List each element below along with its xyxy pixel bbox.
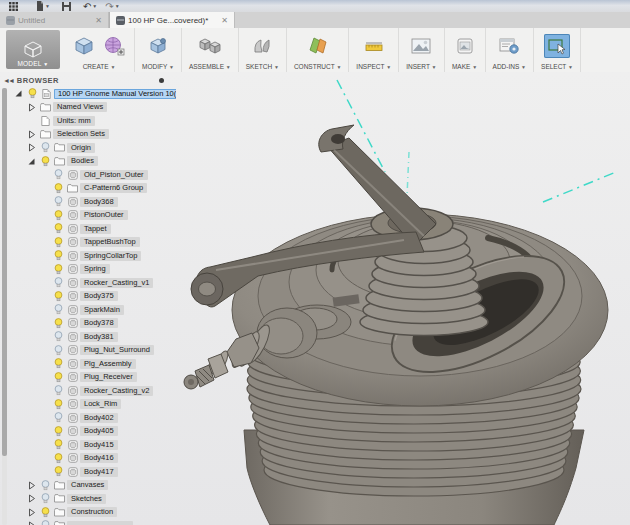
twist-collapsed-icon[interactable] xyxy=(25,521,38,525)
tree-item-label[interactable]: Plug_Nut_Surround xyxy=(80,345,154,355)
tree-row[interactable]: Body375 xyxy=(8,290,176,304)
visibility-bulb-on-icon[interactable] xyxy=(38,156,52,167)
browser-scrollbar[interactable] xyxy=(2,88,7,525)
visibility-bulb-on-icon[interactable] xyxy=(51,183,65,194)
tree-item-label[interactable]: Rocker_Casting_v1 xyxy=(80,278,153,288)
addins-icon[interactable] xyxy=(496,34,522,58)
tree-row[interactable]: Body402 xyxy=(8,411,176,425)
ribbon-group-assemble[interactable]: ASSEMBLE ▼ xyxy=(182,28,239,72)
ribbon-group-inspect[interactable]: INSPECT ▼ xyxy=(349,28,399,72)
scrollbar-thumb[interactable] xyxy=(2,88,7,456)
tree-item-label[interactable]: Plug_Receiver xyxy=(80,372,137,382)
twist-expanded-icon[interactable] xyxy=(12,89,25,98)
insert-icon[interactable] xyxy=(408,34,434,58)
tree-item-label[interactable]: Body381 xyxy=(80,332,118,342)
mesh-sphere-icon[interactable] xyxy=(101,34,127,58)
twist-collapsed-icon[interactable] xyxy=(25,130,38,139)
tree-row[interactable]: Selection Sets xyxy=(8,128,176,142)
make-icon[interactable] xyxy=(452,34,478,58)
tree-row[interactable]: TappetBushTop xyxy=(8,236,176,250)
tree-row[interactable]: Body405 xyxy=(8,425,176,439)
visibility-bulb-on-icon[interactable] xyxy=(51,426,65,437)
twist-collapsed-icon[interactable] xyxy=(25,143,38,152)
tree-item-label[interactable]: Body368 xyxy=(80,197,118,207)
tab-100hp-gnome[interactable]: 100 HP Ge...covered)* ✕ xyxy=(109,12,235,29)
visibility-bulb-on-icon[interactable] xyxy=(51,372,65,383)
app-grid-icon[interactable] xyxy=(0,0,26,12)
visibility-bulb-off-icon[interactable] xyxy=(38,520,52,525)
new-file-icon[interactable] xyxy=(36,0,44,12)
tree-row[interactable]: Body415 xyxy=(8,438,176,452)
visibility-bulb-on-icon[interactable] xyxy=(38,507,52,518)
tree-row[interactable] xyxy=(8,519,176,525)
tree-row[interactable]: Body378 xyxy=(8,317,176,331)
visibility-bulb-off-icon[interactable] xyxy=(51,196,65,207)
redo-caret-icon[interactable]: ▼ xyxy=(115,3,120,9)
close-tab-icon[interactable]: ✕ xyxy=(221,16,228,25)
tree-row[interactable]: SpringCollarTop xyxy=(8,249,176,263)
ribbon-group-modify[interactable]: MODIFY ▼ xyxy=(135,28,182,72)
save-icon[interactable] xyxy=(62,0,71,12)
visibility-bulb-off-icon[interactable] xyxy=(38,142,52,153)
twist-collapsed-icon[interactable] xyxy=(25,103,38,112)
inspect-icon[interactable] xyxy=(361,34,387,58)
twist-collapsed-icon[interactable] xyxy=(25,508,38,517)
tree-row[interactable]: Units: mm xyxy=(8,114,176,128)
tree-row[interactable]: 100 HP Gnome Manual Version 10(... xyxy=(8,87,176,101)
tree-row[interactable]: C-Pattern6 Group xyxy=(8,182,176,196)
visibility-bulb-on-icon[interactable] xyxy=(51,466,65,477)
ribbon-group-sketch[interactable]: SKETCH ▼ xyxy=(239,28,287,72)
tree-item-label[interactable]: Canvases xyxy=(67,480,108,490)
workspace-model-button[interactable]: MODEL ▼ xyxy=(6,30,60,69)
create-cube-icon[interactable] xyxy=(71,34,97,58)
visibility-bulb-off-icon[interactable] xyxy=(51,385,65,396)
tree-item-label[interactable]: Units: mm xyxy=(53,116,95,126)
tab-untitled[interactable]: Untitled ✕ xyxy=(0,12,109,28)
visibility-bulb-on-icon[interactable] xyxy=(51,318,65,329)
modify-cube-icon[interactable] xyxy=(145,34,171,58)
twist-expanded-icon[interactable] xyxy=(25,157,38,166)
visibility-bulb-on-icon[interactable] xyxy=(51,453,65,464)
tree-item-label[interactable]: Lock_Rim xyxy=(80,399,121,409)
tree-item-label[interactable]: SparkMain xyxy=(80,305,124,315)
redo-icon[interactable]: ↷ xyxy=(105,0,113,12)
tree-item-label[interactable]: Named Views xyxy=(53,102,107,112)
tree-row[interactable]: Body381 xyxy=(8,330,176,344)
tree-item-label[interactable]: Body375 xyxy=(80,291,118,301)
tree-item-label[interactable]: Body415 xyxy=(80,440,118,450)
visibility-bulb-off-icon[interactable] xyxy=(38,493,52,504)
tree-item-label[interactable]: PistonOuter xyxy=(80,210,128,220)
tree-row[interactable]: Bodies xyxy=(8,155,176,169)
sketch-icon[interactable] xyxy=(249,34,275,58)
visibility-bulb-on-icon[interactable] xyxy=(51,399,65,410)
tree-row[interactable]: Rocker_Casting_v1 xyxy=(8,276,176,290)
panel-options-icon[interactable] xyxy=(159,78,164,83)
visibility-bulb-on-icon[interactable] xyxy=(51,250,65,261)
close-tab-icon[interactable]: ✕ xyxy=(95,16,102,25)
tree-item-label[interactable]: Sketches xyxy=(67,494,106,504)
assemble-icon[interactable] xyxy=(197,34,223,58)
ribbon-group-construct[interactable]: CONSTRUCT ▼ xyxy=(287,28,349,72)
undo-caret-icon[interactable]: ▼ xyxy=(92,3,97,9)
tree-row[interactable]: Body368 xyxy=(8,195,176,209)
select-icon[interactable] xyxy=(544,34,570,58)
tree-item-label[interactable]: TappetBushTop xyxy=(80,237,140,247)
tree-row[interactable]: Origin xyxy=(8,141,176,155)
ribbon-group-make[interactable]: MAKE ▼ xyxy=(445,28,486,72)
visibility-bulb-off-icon[interactable] xyxy=(51,277,65,288)
visibility-bulb-on-icon[interactable] xyxy=(51,358,65,369)
tree-item-label[interactable]: Body417 xyxy=(80,467,118,477)
visibility-bulb-off-icon[interactable] xyxy=(51,169,65,180)
tree-row[interactable]: Lock_Rim xyxy=(8,398,176,412)
twist-collapsed-icon[interactable] xyxy=(25,481,38,490)
visibility-bulb-on-icon[interactable] xyxy=(51,264,65,275)
tree-row[interactable]: Body416 xyxy=(8,452,176,466)
tree-row[interactable]: Spring xyxy=(8,263,176,277)
tree-row[interactable]: Sketches xyxy=(8,492,176,506)
undo-icon[interactable]: ↶ xyxy=(83,0,91,12)
tree-item-label[interactable]: 100 HP Gnome Manual Version 10(... xyxy=(54,89,176,99)
tree-row[interactable]: Construction xyxy=(8,506,176,520)
tree-row[interactable]: Canvases xyxy=(8,479,176,493)
tree-item-label[interactable]: Selection Sets xyxy=(53,129,109,139)
tree-row[interactable]: PistonOuter xyxy=(8,209,176,223)
